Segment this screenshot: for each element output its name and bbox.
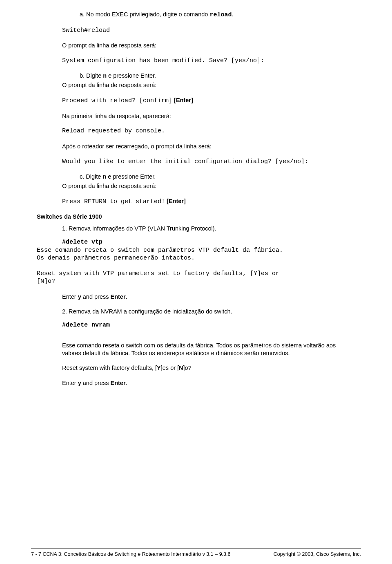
footer-row: 7 - 7 CCNA 3: Conceitos Básicos de Switc… (0, 551, 392, 557)
n-bold: N (179, 365, 183, 371)
reset-factory: Reset system with factory defaults, [Y]e… (62, 364, 355, 372)
y-bold: Y (157, 365, 161, 371)
press-return-text: Press RETURN to get started! (62, 198, 165, 205)
n-key-2: n (102, 173, 106, 180)
document-page: a. No modo EXEC privilegiado, digite o c… (0, 0, 392, 564)
n-key-1: n (103, 72, 107, 79)
step-a-text: a. No modo EXEC privilegiado, digite o c… (80, 11, 209, 18)
prompt-line-2: O prompt da linha de resposta será: (62, 81, 355, 89)
enter-key-2: [Enter] (165, 198, 186, 204)
e1e: . (126, 293, 127, 300)
enter-y-1: Enter y and press Enter. (62, 293, 355, 301)
y-key-2: y (78, 380, 81, 386)
r2e: ]o? (183, 365, 192, 371)
reload-requested: Reload requested by console. (62, 127, 355, 135)
e1c: and press (81, 293, 111, 300)
delete-vtp-cmd: #delete vtp (62, 238, 355, 246)
enter-word-2: Enter (111, 380, 126, 386)
step-c: c. Digite n e pressione Enter. (80, 173, 355, 181)
initial-config: Would you like to enter the initial conf… (62, 158, 355, 166)
delete-nvram-cmd: #delete nvram (62, 321, 355, 329)
reset-vtp-1: Reset system with VTP parameters set to … (37, 270, 355, 278)
e2c: and press (81, 380, 111, 386)
after-reload: Após o roteador ser recarregado, o promp… (62, 143, 355, 150)
sys-config-mod: System configuration has been modified. … (62, 57, 355, 65)
r2a: Reset system with factory defaults, [ (62, 365, 157, 371)
e2a: Enter (62, 380, 78, 386)
enter-y-2: Enter y and press Enter. (62, 379, 355, 387)
proceed-reload: Proceed with reload? [confirm] [Enter] (62, 96, 355, 105)
switches-1900-title: Switches da Série 1900 (37, 213, 355, 221)
step-c-post: e pressione Enter. (106, 173, 156, 180)
reload-cmd: reload (209, 11, 232, 18)
prompt-line-1: O prompt da linha de resposta será: (62, 42, 355, 49)
r2c: ]es or [ (161, 365, 179, 371)
step-b-pre: b. Digite (80, 72, 103, 79)
step-b-post: e pressione Enter. (107, 72, 156, 79)
vtp-desc-2: Os demais parâmetros permanecerão intact… (37, 254, 355, 262)
e2e: . (126, 380, 127, 386)
page-footer: 7 - 7 CCNA 3: Conceitos Básicos de Switc… (0, 548, 392, 557)
first-line-resp: Na primeira linha da resposta, aparecerá… (62, 112, 355, 120)
switch-reload: Switch#reload (62, 27, 355, 35)
footer-right: Copyright © 2003, Cisco Systems, Inc. (274, 551, 361, 557)
dot: . (232, 11, 233, 18)
proceed-text: Proceed with reload? [confirm] (62, 97, 172, 104)
step-b: b. Digite n e pressione Enter. (80, 72, 355, 80)
footer-left: 7 - 7 CCNA 3: Conceitos Básicos de Switc… (31, 551, 230, 557)
y-key-1: y (78, 293, 81, 300)
vtp-desc-1: Esse comando reseta o switch com parâmet… (37, 246, 355, 255)
reset-vtp-2: [N]o? (37, 278, 355, 286)
press-return: Press RETURN to get started! [Enter] (62, 197, 355, 206)
footer-rule (31, 548, 361, 548)
prompt-line-3: O prompt da linha de resposta será: (62, 182, 355, 190)
enter-key-1: [Enter] (172, 97, 193, 103)
body-content: a. No modo EXEC privilegiado, digite o c… (37, 11, 355, 419)
enter-word-1: Enter (111, 293, 126, 300)
nvram-desc: Esse comando reseta o switch com os defa… (62, 342, 355, 357)
step-a: a. No modo EXEC privilegiado, digite o c… (80, 11, 355, 19)
list-item-1: 1. Remova informações do VTP (VLAN Trunk… (69, 225, 355, 233)
step-c-pre: c. Digite (80, 173, 102, 180)
list-item-2: 2. Remova da NVRAM a configuração de ini… (69, 308, 355, 316)
e1a: Enter (62, 293, 78, 300)
